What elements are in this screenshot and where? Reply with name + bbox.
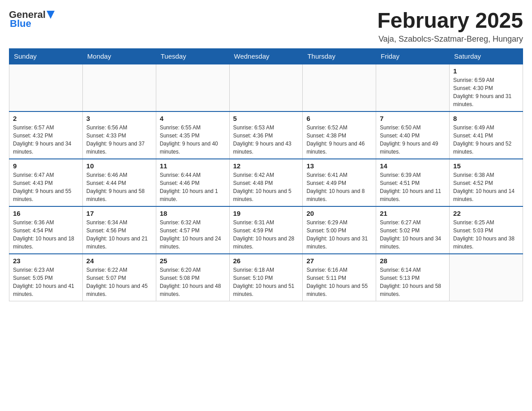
day-number: 2 xyxy=(13,115,79,122)
day-info: Sunrise: 6:23 AMSunset: 5:05 PMDaylight:… xyxy=(13,266,79,298)
day-number: 7 xyxy=(380,115,446,122)
day-info: Sunrise: 6:39 AMSunset: 4:51 PMDaylight:… xyxy=(380,171,446,203)
week-row-1: 1Sunrise: 6:59 AMSunset: 4:30 PMDaylight… xyxy=(9,64,523,111)
day-info: Sunrise: 6:34 AMSunset: 4:56 PMDaylight:… xyxy=(86,218,152,251)
day-info: Sunrise: 6:46 AMSunset: 4:44 PMDaylight:… xyxy=(86,171,152,203)
calendar-cell: 13Sunrise: 6:41 AMSunset: 4:49 PMDayligh… xyxy=(303,159,376,206)
calendar-cell: 25Sunrise: 6:20 AMSunset: 5:08 PMDayligh… xyxy=(156,254,229,301)
calendar-cell: 12Sunrise: 6:42 AMSunset: 4:48 PMDayligh… xyxy=(229,159,303,206)
day-info: Sunrise: 6:31 AMSunset: 4:59 PMDaylight:… xyxy=(233,218,299,251)
logo: General Blue xyxy=(9,9,55,30)
day-number: 11 xyxy=(160,162,226,170)
day-number: 18 xyxy=(160,210,226,217)
week-row-3: 9Sunrise: 6:47 AMSunset: 4:43 PMDaylight… xyxy=(9,159,523,206)
title-section: February 2025 Vaja, Szabolcs-Szatmar-Ber… xyxy=(377,9,523,44)
calendar-cell: 23Sunrise: 6:23 AMSunset: 5:05 PMDayligh… xyxy=(9,254,83,301)
day-number: 20 xyxy=(306,210,372,217)
day-info: Sunrise: 6:55 AMSunset: 4:35 PMDaylight:… xyxy=(160,124,226,156)
day-number: 13 xyxy=(306,162,372,170)
day-info: Sunrise: 6:38 AMSunset: 4:52 PMDaylight:… xyxy=(453,171,519,203)
day-info: Sunrise: 6:42 AMSunset: 4:48 PMDaylight:… xyxy=(233,171,299,203)
week-row-4: 16Sunrise: 6:36 AMSunset: 4:54 PMDayligh… xyxy=(9,206,523,254)
day-number: 8 xyxy=(453,115,519,122)
calendar-header-row: SundayMondayTuesdayWednesdayThursdayFrid… xyxy=(9,48,523,64)
day-info: Sunrise: 6:25 AMSunset: 5:03 PMDaylight:… xyxy=(453,218,519,251)
day-number: 16 xyxy=(13,210,79,217)
day-number: 4 xyxy=(160,115,226,122)
calendar-cell xyxy=(229,64,303,111)
week-row-2: 2Sunrise: 6:57 AMSunset: 4:32 PMDaylight… xyxy=(9,111,523,159)
calendar-cell: 21Sunrise: 6:27 AMSunset: 5:02 PMDayligh… xyxy=(376,206,450,254)
calendar-cell: 16Sunrise: 6:36 AMSunset: 4:54 PMDayligh… xyxy=(9,206,83,254)
calendar-cell: 6Sunrise: 6:52 AMSunset: 4:38 PMDaylight… xyxy=(303,111,376,159)
day-number: 9 xyxy=(13,162,79,170)
calendar-cell: 1Sunrise: 6:59 AMSunset: 4:30 PMDaylight… xyxy=(450,64,523,111)
day-of-week-tuesday: Tuesday xyxy=(156,48,229,64)
calendar-cell: 17Sunrise: 6:34 AMSunset: 4:56 PMDayligh… xyxy=(82,206,156,254)
day-number: 22 xyxy=(453,210,519,217)
day-number: 24 xyxy=(86,257,152,265)
calendar-cell: 5Sunrise: 6:53 AMSunset: 4:36 PMDaylight… xyxy=(229,111,303,159)
calendar-cell xyxy=(9,64,83,111)
calendar-table: SundayMondayTuesdayWednesdayThursdayFrid… xyxy=(9,48,523,301)
day-info: Sunrise: 6:22 AMSunset: 5:07 PMDaylight:… xyxy=(86,266,152,298)
day-number: 6 xyxy=(306,115,372,122)
day-info: Sunrise: 6:18 AMSunset: 5:10 PMDaylight:… xyxy=(233,266,299,298)
logo-blue-text: Blue xyxy=(10,18,31,30)
calendar-cell: 3Sunrise: 6:56 AMSunset: 4:33 PMDaylight… xyxy=(82,111,156,159)
calendar-cell: 14Sunrise: 6:39 AMSunset: 4:51 PMDayligh… xyxy=(376,159,450,206)
day-number: 12 xyxy=(233,162,299,170)
calendar-cell: 10Sunrise: 6:46 AMSunset: 4:44 PMDayligh… xyxy=(82,159,156,206)
day-info: Sunrise: 6:14 AMSunset: 5:13 PMDaylight:… xyxy=(380,266,446,298)
calendar-cell xyxy=(156,64,229,111)
day-number: 1 xyxy=(453,67,519,75)
calendar-cell: 22Sunrise: 6:25 AMSunset: 5:03 PMDayligh… xyxy=(450,206,523,254)
week-row-5: 23Sunrise: 6:23 AMSunset: 5:05 PMDayligh… xyxy=(9,254,523,301)
day-of-week-wednesday: Wednesday xyxy=(229,48,303,64)
day-number: 23 xyxy=(13,257,79,265)
day-info: Sunrise: 6:57 AMSunset: 4:32 PMDaylight:… xyxy=(13,124,79,156)
month-title: February 2025 xyxy=(377,9,523,33)
day-info: Sunrise: 6:20 AMSunset: 5:08 PMDaylight:… xyxy=(160,266,226,298)
logo-arrow-icon xyxy=(47,11,55,19)
day-info: Sunrise: 6:59 AMSunset: 4:30 PMDaylight:… xyxy=(453,76,519,108)
day-info: Sunrise: 6:27 AMSunset: 5:02 PMDaylight:… xyxy=(380,218,446,251)
day-number: 5 xyxy=(233,115,299,122)
day-number: 3 xyxy=(86,115,152,122)
calendar-cell: 28Sunrise: 6:14 AMSunset: 5:13 PMDayligh… xyxy=(376,254,450,301)
day-info: Sunrise: 6:41 AMSunset: 4:49 PMDaylight:… xyxy=(306,171,372,203)
day-of-week-friday: Friday xyxy=(376,48,450,64)
day-info: Sunrise: 6:32 AMSunset: 4:57 PMDaylight:… xyxy=(160,218,226,251)
day-number: 14 xyxy=(380,162,446,170)
calendar-cell: 4Sunrise: 6:55 AMSunset: 4:35 PMDaylight… xyxy=(156,111,229,159)
day-info: Sunrise: 6:29 AMSunset: 5:00 PMDaylight:… xyxy=(306,218,372,251)
day-number: 19 xyxy=(233,210,299,217)
day-number: 27 xyxy=(306,257,372,265)
calendar-cell: 24Sunrise: 6:22 AMSunset: 5:07 PMDayligh… xyxy=(82,254,156,301)
calendar-cell: 15Sunrise: 6:38 AMSunset: 4:52 PMDayligh… xyxy=(450,159,523,206)
calendar-cell: 2Sunrise: 6:57 AMSunset: 4:32 PMDaylight… xyxy=(9,111,83,159)
day-number: 17 xyxy=(86,210,152,217)
day-info: Sunrise: 6:53 AMSunset: 4:36 PMDaylight:… xyxy=(233,124,299,156)
day-of-week-monday: Monday xyxy=(82,48,156,64)
calendar-cell: 26Sunrise: 6:18 AMSunset: 5:10 PMDayligh… xyxy=(229,254,303,301)
calendar-cell: 9Sunrise: 6:47 AMSunset: 4:43 PMDaylight… xyxy=(9,159,83,206)
calendar-cell: 7Sunrise: 6:50 AMSunset: 4:40 PMDaylight… xyxy=(376,111,450,159)
day-number: 26 xyxy=(233,257,299,265)
day-number: 15 xyxy=(453,162,519,170)
day-number: 10 xyxy=(86,162,152,170)
calendar-cell xyxy=(450,254,523,301)
day-info: Sunrise: 6:16 AMSunset: 5:11 PMDaylight:… xyxy=(306,266,372,298)
day-of-week-saturday: Saturday xyxy=(450,48,523,64)
day-info: Sunrise: 6:56 AMSunset: 4:33 PMDaylight:… xyxy=(86,124,152,156)
day-info: Sunrise: 6:52 AMSunset: 4:38 PMDaylight:… xyxy=(306,124,372,156)
day-of-week-thursday: Thursday xyxy=(303,48,376,64)
day-info: Sunrise: 6:36 AMSunset: 4:54 PMDaylight:… xyxy=(13,218,79,251)
calendar-cell: 27Sunrise: 6:16 AMSunset: 5:11 PMDayligh… xyxy=(303,254,376,301)
day-number: 21 xyxy=(380,210,446,217)
calendar-cell: 20Sunrise: 6:29 AMSunset: 5:00 PMDayligh… xyxy=(303,206,376,254)
svg-marker-0 xyxy=(47,11,55,19)
page-header: General Blue February 2025 Vaja, Szabolc… xyxy=(9,9,523,44)
calendar-cell xyxy=(376,64,450,111)
day-info: Sunrise: 6:47 AMSunset: 4:43 PMDaylight:… xyxy=(13,171,79,203)
